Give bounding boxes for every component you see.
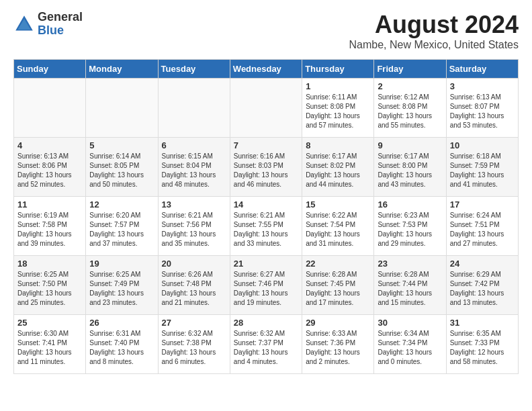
calendar-day-cell: 30Sunrise: 6:34 AM Sunset: 7:34 PM Dayli… bbox=[374, 315, 446, 374]
day-info: Sunrise: 6:27 AM Sunset: 7:46 PM Dayligh… bbox=[234, 270, 298, 308]
logo-blue-text: Blue bbox=[38, 24, 64, 37]
day-info: Sunrise: 6:16 AM Sunset: 8:03 PM Dayligh… bbox=[234, 152, 298, 189]
day-info: Sunrise: 6:17 AM Sunset: 8:00 PM Dayligh… bbox=[378, 152, 442, 189]
logo-general-text: General bbox=[38, 10, 83, 24]
calendar-day-cell: 9Sunrise: 6:17 AM Sunset: 8:00 PM Daylig… bbox=[374, 138, 446, 197]
day-info: Sunrise: 6:13 AM Sunset: 8:06 PM Dayligh… bbox=[17, 152, 82, 189]
calendar-week-row: 11Sunrise: 6:19 AM Sunset: 7:58 PM Dayli… bbox=[14, 197, 519, 256]
calendar-day-cell: 4Sunrise: 6:13 AM Sunset: 8:06 PM Daylig… bbox=[14, 138, 86, 197]
day-number: 21 bbox=[234, 259, 298, 269]
day-info: Sunrise: 6:11 AM Sunset: 8:08 PM Dayligh… bbox=[306, 93, 370, 130]
day-number: 19 bbox=[89, 259, 154, 269]
calendar-day-cell bbox=[14, 79, 86, 138]
calendar-day-cell: 10Sunrise: 6:18 AM Sunset: 7:59 PM Dayli… bbox=[446, 138, 518, 197]
calendar-day-cell: 6Sunrise: 6:15 AM Sunset: 8:04 PM Daylig… bbox=[158, 138, 230, 197]
day-info: Sunrise: 6:12 AM Sunset: 8:08 PM Dayligh… bbox=[378, 93, 442, 130]
day-info: Sunrise: 6:26 AM Sunset: 7:48 PM Dayligh… bbox=[162, 270, 226, 308]
day-info: Sunrise: 6:30 AM Sunset: 7:41 PM Dayligh… bbox=[17, 329, 82, 367]
calendar-day-cell: 7Sunrise: 6:16 AM Sunset: 8:03 PM Daylig… bbox=[230, 138, 302, 197]
day-info: Sunrise: 6:25 AM Sunset: 7:49 PM Dayligh… bbox=[89, 270, 154, 308]
calendar-day-cell: 18Sunrise: 6:25 AM Sunset: 7:50 PM Dayli… bbox=[14, 256, 86, 315]
calendar-week-row: 4Sunrise: 6:13 AM Sunset: 8:06 PM Daylig… bbox=[14, 138, 519, 197]
calendar-day-cell: 2Sunrise: 6:12 AM Sunset: 8:08 PM Daylig… bbox=[374, 79, 446, 138]
calendar-day-cell: 21Sunrise: 6:27 AM Sunset: 7:46 PM Dayli… bbox=[230, 256, 302, 315]
calendar-day-cell: 15Sunrise: 6:22 AM Sunset: 7:54 PM Dayli… bbox=[302, 197, 374, 256]
day-info: Sunrise: 6:19 AM Sunset: 7:58 PM Dayligh… bbox=[17, 211, 82, 248]
calendar-day-cell: 16Sunrise: 6:23 AM Sunset: 7:53 PM Dayli… bbox=[374, 197, 446, 256]
day-number: 28 bbox=[234, 318, 298, 328]
day-info: Sunrise: 6:34 AM Sunset: 7:34 PM Dayligh… bbox=[378, 329, 442, 367]
day-number: 4 bbox=[17, 140, 82, 150]
day-info: Sunrise: 6:28 AM Sunset: 7:45 PM Dayligh… bbox=[306, 270, 370, 308]
calendar-day-cell: 25Sunrise: 6:30 AM Sunset: 7:41 PM Dayli… bbox=[14, 315, 86, 374]
day-number: 27 bbox=[162, 318, 226, 328]
day-info: Sunrise: 6:21 AM Sunset: 7:55 PM Dayligh… bbox=[234, 211, 298, 248]
day-info: Sunrise: 6:35 AM Sunset: 7:33 PM Dayligh… bbox=[450, 329, 515, 367]
day-number: 15 bbox=[306, 199, 370, 210]
day-number: 26 bbox=[89, 318, 154, 328]
day-number: 18 bbox=[17, 259, 82, 269]
calendar-day-cell: 20Sunrise: 6:26 AM Sunset: 7:48 PM Dayli… bbox=[158, 256, 230, 315]
day-info: Sunrise: 6:22 AM Sunset: 7:54 PM Dayligh… bbox=[306, 211, 370, 248]
day-info: Sunrise: 6:32 AM Sunset: 7:38 PM Dayligh… bbox=[162, 329, 226, 367]
weekday-header-thursday: Thursday bbox=[302, 60, 374, 79]
calendar-week-row: 18Sunrise: 6:25 AM Sunset: 7:50 PM Dayli… bbox=[14, 256, 519, 315]
day-info: Sunrise: 6:29 AM Sunset: 7:42 PM Dayligh… bbox=[450, 270, 515, 308]
day-info: Sunrise: 6:14 AM Sunset: 8:05 PM Dayligh… bbox=[89, 152, 154, 189]
calendar-day-cell: 1Sunrise: 6:11 AM Sunset: 8:08 PM Daylig… bbox=[302, 79, 374, 138]
day-number: 5 bbox=[89, 140, 154, 150]
weekday-header-wednesday: Wednesday bbox=[230, 60, 302, 79]
day-info: Sunrise: 6:17 AM Sunset: 8:02 PM Dayligh… bbox=[306, 152, 370, 189]
title-block: August 2024 Nambe, New Mexico, United St… bbox=[349, 11, 519, 51]
day-info: Sunrise: 6:32 AM Sunset: 7:37 PM Dayligh… bbox=[234, 329, 298, 367]
logo: General Blue bbox=[13, 11, 83, 38]
calendar-day-cell: 22Sunrise: 6:28 AM Sunset: 7:45 PM Dayli… bbox=[302, 256, 374, 315]
calendar-header-row: SundayMondayTuesdayWednesdayThursdayFrid… bbox=[14, 60, 519, 79]
day-number: 10 bbox=[450, 140, 515, 150]
day-info: Sunrise: 6:31 AM Sunset: 7:40 PM Dayligh… bbox=[89, 329, 154, 367]
day-info: Sunrise: 6:28 AM Sunset: 7:44 PM Dayligh… bbox=[378, 270, 442, 308]
page-title: August 2024 bbox=[349, 11, 519, 39]
calendar-day-cell: 27Sunrise: 6:32 AM Sunset: 7:38 PM Dayli… bbox=[158, 315, 230, 374]
day-info: Sunrise: 6:15 AM Sunset: 8:04 PM Dayligh… bbox=[162, 152, 226, 189]
day-number: 25 bbox=[17, 318, 82, 328]
calendar-day-cell: 23Sunrise: 6:28 AM Sunset: 7:44 PM Dayli… bbox=[374, 256, 446, 315]
day-number: 13 bbox=[162, 199, 226, 210]
day-number: 14 bbox=[234, 199, 298, 210]
day-info: Sunrise: 6:18 AM Sunset: 7:59 PM Dayligh… bbox=[450, 152, 515, 189]
day-number: 7 bbox=[234, 140, 298, 150]
day-info: Sunrise: 6:24 AM Sunset: 7:51 PM Dayligh… bbox=[450, 211, 515, 248]
calendar-day-cell: 14Sunrise: 6:21 AM Sunset: 7:55 PM Dayli… bbox=[230, 197, 302, 256]
day-info: Sunrise: 6:13 AM Sunset: 8:07 PM Dayligh… bbox=[450, 93, 515, 130]
calendar-day-cell: 13Sunrise: 6:21 AM Sunset: 7:56 PM Dayli… bbox=[158, 197, 230, 256]
calendar-week-row: 1Sunrise: 6:11 AM Sunset: 8:08 PM Daylig… bbox=[14, 79, 519, 138]
calendar-day-cell: 28Sunrise: 6:32 AM Sunset: 7:37 PM Dayli… bbox=[230, 315, 302, 374]
calendar-day-cell: 29Sunrise: 6:33 AM Sunset: 7:36 PM Dayli… bbox=[302, 315, 374, 374]
day-number: 22 bbox=[306, 259, 370, 269]
day-number: 31 bbox=[450, 318, 515, 328]
day-number: 24 bbox=[450, 259, 515, 269]
calendar-day-cell bbox=[86, 79, 158, 138]
calendar-day-cell: 3Sunrise: 6:13 AM Sunset: 8:07 PM Daylig… bbox=[446, 79, 518, 138]
day-number: 30 bbox=[378, 318, 442, 328]
page-header: General Blue August 2024 Nambe, New Mexi… bbox=[13, 11, 519, 51]
day-info: Sunrise: 6:33 AM Sunset: 7:36 PM Dayligh… bbox=[306, 329, 370, 367]
day-number: 20 bbox=[162, 259, 226, 269]
day-info: Sunrise: 6:23 AM Sunset: 7:53 PM Dayligh… bbox=[378, 211, 442, 248]
weekday-header-tuesday: Tuesday bbox=[158, 60, 230, 79]
day-number: 16 bbox=[378, 199, 442, 210]
day-number: 11 bbox=[17, 199, 82, 210]
weekday-header-monday: Monday bbox=[86, 60, 158, 79]
calendar-day-cell bbox=[158, 79, 230, 138]
calendar-day-cell: 26Sunrise: 6:31 AM Sunset: 7:40 PM Dayli… bbox=[86, 315, 158, 374]
day-number: 17 bbox=[450, 199, 515, 210]
calendar-day-cell: 19Sunrise: 6:25 AM Sunset: 7:49 PM Dayli… bbox=[86, 256, 158, 315]
day-number: 1 bbox=[306, 81, 370, 91]
day-info: Sunrise: 6:21 AM Sunset: 7:56 PM Dayligh… bbox=[162, 211, 226, 248]
day-number: 2 bbox=[378, 81, 442, 91]
calendar-day-cell bbox=[230, 79, 302, 138]
calendar-day-cell: 24Sunrise: 6:29 AM Sunset: 7:42 PM Dayli… bbox=[446, 256, 518, 315]
calendar-day-cell: 31Sunrise: 6:35 AM Sunset: 7:33 PM Dayli… bbox=[446, 315, 518, 374]
calendar-table: SundayMondayTuesdayWednesdayThursdayFrid… bbox=[13, 59, 519, 374]
page-subtitle: Nambe, New Mexico, United States bbox=[349, 39, 519, 51]
